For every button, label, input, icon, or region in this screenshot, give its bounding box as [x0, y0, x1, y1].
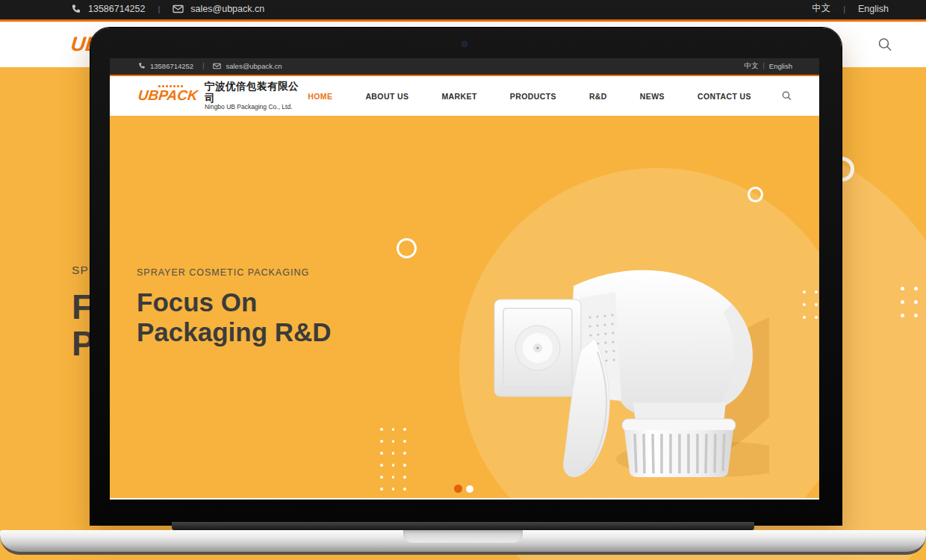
laptop-screen: 13586714252 | sales@ubpack.cn 中文 | Engli… — [110, 58, 819, 500]
laptop-base — [0, 530, 926, 555]
laptop-lid-notch — [403, 530, 523, 543]
lang-en-link[interactable]: English — [858, 4, 889, 14]
inner-navbar: UBPACK 宁波优倍包装有限公司 Ningbo UB Packaging Co… — [110, 76, 819, 116]
menu-item-rd[interactable]: R&D — [589, 92, 607, 101]
lang-zh-link[interactable]: 中文 — [812, 2, 830, 15]
carousel-dot-2[interactable] — [466, 485, 473, 493]
phone-icon — [138, 62, 146, 69]
main-menu: HOME ABOUT US MARKET PRODUCTS R&D NEWS C… — [308, 92, 751, 101]
carousel-pagination — [454, 485, 473, 493]
topbar-divider: | — [198, 62, 208, 69]
mail-icon — [213, 63, 221, 69]
site-logo[interactable]: UBPACK 宁波优倍包装有限公司 Ningbo UB Packaging Co… — [138, 81, 308, 111]
phone-icon — [71, 4, 81, 14]
page: 13586714252 | sales@ubpack.cn 中文 | Engli… — [0, 0, 926, 560]
hero-banner: SPRAYER COSMETIC PACKAGING Focus On Pack… — [110, 116, 819, 498]
mail-icon — [173, 4, 184, 13]
outer-search-icon[interactable] — [877, 37, 893, 53]
topbar-divider: | — [152, 4, 166, 13]
inner-topbar: 13586714252 | sales@ubpack.cn 中文 | Engli… — [110, 58, 819, 76]
trigger-sprayer-product-image — [485, 255, 769, 479]
company-name-en: Ningbo UB Packaging Co., Ltd. — [205, 104, 308, 111]
logo-wordmark: UBPACK — [137, 87, 199, 104]
hero-title-line2: Packaging R&D — [137, 317, 332, 347]
email-link[interactable]: sales@ubpack.cn — [190, 4, 264, 14]
menu-item-about-us[interactable]: ABOUT US — [365, 92, 408, 101]
laptop-mockup: 13586714252 | sales@ubpack.cn 中文 | Engli… — [90, 28, 842, 525]
menu-item-products[interactable]: PRODUCTS — [510, 92, 556, 101]
lang-divider: | — [837, 4, 851, 13]
hero-eyebrow: SPRAYER COSMETIC PACKAGING — [137, 267, 332, 278]
lang-en-link[interactable]: English — [769, 62, 792, 70]
phone-number[interactable]: 13586714252 — [150, 62, 193, 70]
outer-decor-dots — [901, 287, 926, 317]
hero-decor-dots-left — [380, 428, 406, 498]
outer-topbar: 13586714252 | sales@ubpack.cn 中文 | Engli… — [0, 0, 926, 22]
email-link[interactable]: sales@ubpack.cn — [226, 62, 282, 70]
menu-item-contact-us[interactable]: CONTACT US — [697, 92, 751, 101]
hero-title-line1: Focus On — [137, 287, 332, 317]
hero-decor-ring-right — [748, 187, 763, 202]
inner-search-icon[interactable] — [781, 90, 792, 102]
hero-decor-dots-right — [803, 290, 819, 319]
menu-item-home[interactable]: HOME — [308, 92, 332, 101]
menu-item-market[interactable]: MARKET — [441, 92, 476, 101]
webcam-icon — [462, 42, 467, 46]
company-name-cn: 宁波优倍包装有限公司 — [205, 81, 308, 104]
hero-copy: SPRAYER COSMETIC PACKAGING Focus On Pack… — [137, 267, 332, 347]
menu-item-news[interactable]: NEWS — [640, 92, 665, 101]
carousel-dot-1-active[interactable] — [454, 485, 462, 493]
lang-divider: | — [758, 62, 768, 69]
hero-decor-ring-left — [397, 238, 417, 258]
lang-zh-link[interactable]: 中文 — [744, 61, 758, 71]
phone-number[interactable]: 13586714252 — [88, 4, 145, 14]
